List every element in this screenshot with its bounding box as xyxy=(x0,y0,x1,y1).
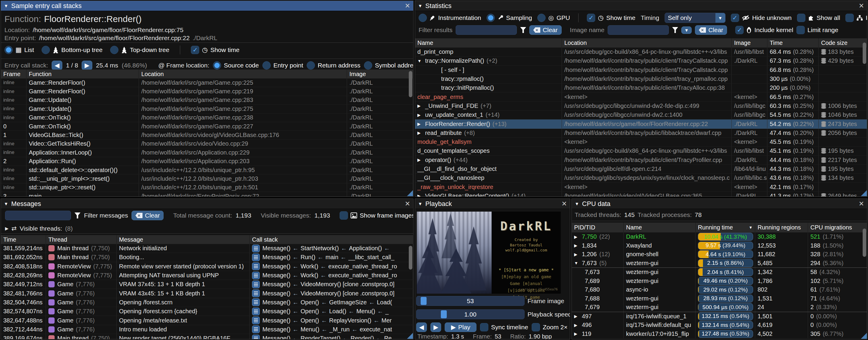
table-row[interactable]: 382,408,518nsRemoteView(7,775)Remote vie… xyxy=(1,262,413,271)
resize-grip[interactable] xyxy=(861,190,867,196)
expand-icon[interactable]: ▼ xyxy=(574,261,582,265)
table-row[interactable]: 1VideoGLBase::Tick()/home/wolf/darkrl/sr… xyxy=(1,131,413,139)
loc-symbol-radio[interactable]: Symbol address xyxy=(364,61,413,69)
table-row[interactable]: 7,673wezterm-gui2.04 s(8.41%)1,34258(4.3… xyxy=(572,267,867,277)
table-row[interactable]: inlineGame::Update()/home/wolf/darkrl/sr… xyxy=(1,96,413,105)
table-row[interactable]: 381,559,214nsMain thread(7,750)Network i… xyxy=(1,244,413,253)
slider-handle[interactable] xyxy=(421,297,427,305)
col-function[interactable]: Function xyxy=(26,69,139,79)
instrumentation-radio[interactable]: Instrumentation xyxy=(418,14,481,22)
callstacks-titlebar[interactable]: ▼ Sample entry call stacks ✕ xyxy=(1,1,413,11)
table-row[interactable]: 2Application::Run()/home/wolf/darkrl/src… xyxy=(1,157,413,166)
table-row[interactable]: 7,679wezterm-gui500.94 µs(0.00%)242(8.33… xyxy=(572,303,867,312)
prev-stack-button[interactable]: ◀ xyxy=(52,61,62,70)
image-filter-dropdown[interactable]: ▼ xyxy=(681,26,692,34)
callstack-cell[interactable]: Message()←Run()←main←__libc_start_call_ xyxy=(250,253,413,261)
col-frame[interactable]: Frame xyxy=(1,69,26,79)
expand-icon[interactable]: ▶ xyxy=(574,234,582,239)
show-frame-images-checkbox[interactable]: ✓ Show frame images xyxy=(340,211,413,220)
expand-icon[interactable]: ▼ xyxy=(417,59,425,63)
callstack-cell[interactable]: Message()←Work()←execute_native_thread_r… xyxy=(250,262,413,271)
cpu-titlebar[interactable]: ▼ CPU data ✕ xyxy=(572,199,867,209)
show-all-checkbox[interactable]: ✓ Show all xyxy=(797,14,840,22)
zoom-2x-checkbox[interactable]: ✓Zoom 2× xyxy=(532,323,567,331)
table-row[interactable]: 382,504,746nsGame(7,776)Opening /forest.… xyxy=(1,298,413,307)
table-row[interactable]: __GI__dl_find_dso_for_object/usr/src/deb… xyxy=(415,165,867,174)
collapse-icon[interactable]: ▼ xyxy=(4,3,8,8)
callstack-cell[interactable]: Message()←RenderTarget()←Render()←Re xyxy=(250,334,413,339)
table-row[interactable]: tracy::InitRpmalloc()/home/wolf/darkrl/c… xyxy=(415,84,867,92)
resize-grip[interactable] xyxy=(407,333,413,339)
slider-handle[interactable] xyxy=(441,310,447,318)
scrollbar-thumb[interactable] xyxy=(863,229,866,257)
table-row[interactable]: tracy::rpmalloc()/home/wolf/darkrl/contr… xyxy=(415,75,867,84)
table-row[interactable]: inlinestd::unique_ptr<>::reset()/usr/inc… xyxy=(1,183,413,192)
messages-titlebar[interactable]: ▼ Messages ✕ xyxy=(1,199,413,209)
table-row[interactable]: 7,688wezterm-gui28.93 ms(0.12%)1,53171(4… xyxy=(572,294,867,303)
close-icon[interactable]: ✕ xyxy=(405,200,410,208)
table-row[interactable]: d_count_templates_scopes/usr/src/debug/g… xyxy=(415,146,867,155)
table-row[interactable]: ▶VideoGLBase::RenderContent()(+14)/home/… xyxy=(415,192,867,197)
table-row[interactable]: 0Game::OnTick()/home/wolf/darkrl/src/gam… xyxy=(1,122,413,131)
expand-icon[interactable]: ▶ xyxy=(574,323,582,328)
callstack-cell[interactable]: Message()←VideoMemory() [clone .constpro… xyxy=(250,280,413,289)
show-time-checkbox[interactable]: ✓◷Show time xyxy=(587,14,635,22)
callstack-cell[interactable]: Message()←Menu()←_M_run←execute_nat xyxy=(250,325,413,334)
table-row[interactable]: ▶496irq/175-iwlwifi:default_qu132.14 ms(… xyxy=(572,321,867,330)
table-row[interactable]: inlineVideo::GetTicksHiRes()/home/wolf/d… xyxy=(1,140,413,148)
expand-icon[interactable]: ▶ xyxy=(574,252,582,257)
callstack-cell[interactable]: Message()←Open()←GetImageSize←Load( xyxy=(250,298,413,307)
table-row[interactable]: inlineGame::RenderFloor()/home/wolf/dark… xyxy=(1,79,413,87)
resize-grip[interactable] xyxy=(407,190,413,196)
expand-icon[interactable]: ▶ xyxy=(417,131,425,135)
playback-speed-slider[interactable]: 1.00 xyxy=(416,309,525,319)
col-pid-tid[interactable]: PID/TID xyxy=(572,223,624,232)
step-back-button[interactable]: ◀ xyxy=(416,322,427,332)
expand-icon[interactable]: ▶ xyxy=(417,104,425,108)
col-code-size[interactable]: Code size xyxy=(819,38,867,48)
table-row[interactable]: [ - self - ]/home/wolf/darkrl/contrib/tr… xyxy=(415,66,867,75)
table-row[interactable]: ▶119kworker/u17:0+i915_flip127.48 ms(0.5… xyxy=(572,330,867,339)
gpu-radio[interactable]: ◎GPU xyxy=(537,14,570,22)
close-icon[interactable]: ✕ xyxy=(405,2,410,10)
close-icon[interactable]: ✕ xyxy=(859,200,864,208)
close-icon[interactable]: ✕ xyxy=(562,200,567,208)
table-row[interactable]: 7,680async-io29.02 ms(0.12%)80261(7.61%) xyxy=(572,285,867,294)
table-row[interactable]: 382,647,488nsGame(7,776)Opening /meta/re… xyxy=(1,316,413,325)
col-callstack[interactable]: Call stack xyxy=(250,235,413,244)
sampling-radio[interactable]: Sampling xyxy=(487,14,532,22)
col-message[interactable]: Message xyxy=(117,235,250,244)
play-button[interactable]: ▶ Play xyxy=(445,322,476,332)
table-row[interactable]: __GI___clock_nanosleep/usr/src/debug/gli… xyxy=(415,174,867,182)
collapse-icon[interactable]: ▼ xyxy=(418,3,423,8)
clear-filter-button[interactable]: ✕Clear xyxy=(529,25,561,35)
col-time[interactable]: Time xyxy=(767,38,819,48)
table-row[interactable]: ▼tracy::NormalizePath()(+2)/home/wolf/da… xyxy=(415,56,867,65)
filter-results-input[interactable] xyxy=(456,25,517,35)
table-row[interactable]: inlineGame::Update()/home/wolf/darkrl/sr… xyxy=(1,105,413,113)
table-row[interactable]: inlinestd::default_delete<>::operator()(… xyxy=(1,166,413,174)
table-row[interactable]: ▶uw_update_context_1(+14)/usr/src/debug/… xyxy=(415,111,867,119)
table-row[interactable]: d_print_comp/usr/src/debug/gcc-build/x86… xyxy=(415,48,867,56)
table-row[interactable]: 7,689wezterm-gui49.46 ms(0.20%)1,786102(… xyxy=(572,277,867,286)
loc-entry-radio[interactable]: Entry point xyxy=(262,61,303,69)
next-stack-button[interactable]: ▶ xyxy=(82,61,92,70)
table-row[interactable]: ▶operator()(+44)/home/wolf/darkrl/contri… xyxy=(415,156,867,165)
table-row[interactable]: ▶FloorRenderer::Render()(+13)/home/wolf/… xyxy=(415,119,867,129)
timing-select[interactable]: Self only▼ xyxy=(665,13,725,23)
col-cpu-migrations[interactable]: CPU migrations xyxy=(808,223,867,232)
col-time[interactable]: Time xyxy=(1,235,46,244)
sync-timeline-checkbox[interactable]: ✓Sync timeline xyxy=(480,323,528,331)
table-row[interactable]: 389,169,674nsMain thread(7,750)New rende… xyxy=(1,334,413,339)
table-row[interactable]: clear_page_erms<kernel><kernel>66.5 ms(0… xyxy=(415,92,867,101)
scrollbar-thumb[interactable] xyxy=(863,42,866,64)
col-location[interactable]: Location xyxy=(139,69,347,79)
table-row[interactable]: ▶497irq/176-iwlwifi:queue_1132.15 ms(0.5… xyxy=(572,312,867,321)
table-row[interactable]: ▶read_attribute(+8)/home/wolf/darkrl/con… xyxy=(415,129,867,138)
col-thread[interactable]: Thread xyxy=(46,235,117,244)
hide-unknown-checkbox[interactable]: ✓ Hide unknown xyxy=(731,14,792,22)
step-forward-button[interactable]: ▶ xyxy=(430,322,441,332)
include-kernel-checkbox[interactable]: ✓ Include kernel xyxy=(735,26,793,34)
table-row[interactable]: ▶1,834Xwayland9.57 s(39.44%)12,553188(1.… xyxy=(572,241,867,250)
col-name[interactable]: Name xyxy=(624,223,695,232)
